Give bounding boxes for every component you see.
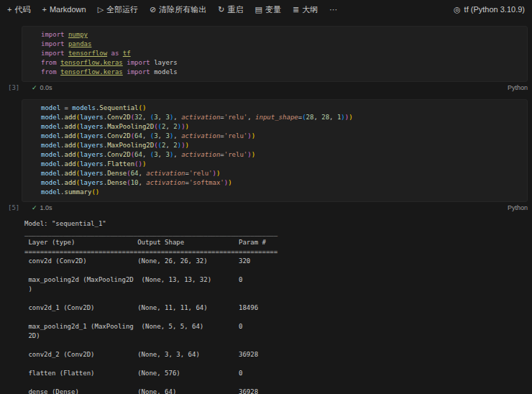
code-token: import (41, 40, 68, 47)
cell-language-picker[interactable]: Python (508, 204, 528, 211)
output-line (24, 294, 528, 303)
code-token: , (142, 151, 150, 158)
code-token: import (123, 59, 154, 66)
code-token: model (41, 123, 60, 130)
code-token: 10 (131, 179, 139, 186)
code-token: input_shape (255, 114, 298, 121)
code-token: model (41, 132, 60, 139)
code-token: , (173, 151, 181, 158)
code-token: Conv2D (107, 151, 131, 158)
kernel-icon: ◎ (454, 5, 461, 14)
output-line: Layer (type) Output Shape Param # (24, 238, 528, 247)
code-token: activation (181, 132, 220, 139)
toolbar-run-all-button[interactable]: ▷全部运行 (98, 4, 138, 15)
code-token: 'relu' (224, 132, 248, 139)
code-token: as (107, 50, 123, 57)
code-token: , (329, 114, 337, 121)
code-token: model (41, 151, 60, 158)
code-line: model = models.Sequential() (41, 104, 521, 113)
code-token: ) (142, 160, 146, 168)
code-line: import numpy (41, 30, 521, 40)
output-line (24, 359, 528, 369)
toolbar-label: 全部运行 (106, 4, 138, 15)
code-token: layers (154, 59, 178, 66)
code-token: model (41, 179, 60, 186)
toolbar-label: 重启 (228, 4, 244, 15)
code-token: ) (228, 179, 231, 186)
toolbar-items: +代码+Markdown▷全部运行⊘清除所有输出↻重启▤变量≣大纲⋯ (7, 4, 337, 15)
code-token: , (247, 114, 255, 121)
notebook: import numpyimport pandasimport tensorfl… (0, 19, 532, 394)
code-token: () (134, 160, 142, 168)
code-token: , (158, 151, 166, 158)
code-token: ) (185, 123, 189, 130)
code-token: ) (349, 114, 352, 121)
code-token: add (65, 123, 76, 130)
code-token: add (65, 114, 76, 121)
toolbar-restart-button[interactable]: ↻重启 (218, 4, 243, 15)
code-token: import (123, 68, 154, 75)
code-token: layers (80, 123, 104, 130)
code-token: activation (146, 179, 185, 186)
output-line: flatten (Flatten) (None, 576) 0 (24, 369, 528, 378)
code-token: , (158, 132, 166, 139)
code-token: summary (65, 188, 92, 196)
output-line: ========================================… (24, 247, 528, 257)
toolbar-add-markdown-button[interactable]: +Markdown (42, 5, 86, 14)
code-token: , (139, 179, 147, 186)
toolbar-label: Markdown (50, 5, 86, 14)
cell-status-bar: [3]✓0.0sPython (22, 82, 528, 93)
code-token: models (72, 104, 96, 111)
toolbar-add-code-button[interactable]: +代码 (7, 4, 30, 15)
output-line: 2D) (24, 331, 528, 341)
output-line: conv2d_2 (Conv2D) (None, 3, 3, 64) 36928 (24, 350, 528, 359)
add-code-icon: + (7, 5, 12, 14)
output-line: dense (Dense) (None, 64) 36928 (24, 388, 528, 394)
code-token: ) (216, 170, 220, 177)
code-token: from (41, 68, 60, 75)
code-token: MaxPooling2D (107, 142, 154, 149)
code-token: import (41, 50, 68, 57)
code-token: 'relu' (224, 151, 248, 158)
output-line: max_pooling2d_1 (MaxPooling (None, 5, 5,… (24, 322, 528, 331)
kernel-picker[interactable]: ◎ tf (Python 3.10.9) (454, 5, 525, 14)
code-line: import tensorflow as tf (41, 49, 521, 58)
code-token: () (138, 104, 146, 111)
execution-duration: 0.0s (40, 84, 52, 91)
code-token: 28 (321, 114, 329, 121)
cell-language-picker[interactable]: Python (508, 84, 528, 91)
code-token: , (313, 114, 321, 121)
execution-duration: 1.0s (40, 204, 52, 211)
code-token: , (165, 123, 173, 130)
toolbar-label: 代码 (14, 4, 30, 15)
success-check-icon: ✓ (32, 204, 37, 211)
cell-status-bar: [5]✓1.0sPython (22, 202, 528, 214)
code-editor[interactable]: model = models.Sequential()model.add(lay… (22, 99, 528, 202)
execution-count: [3] (8, 84, 19, 91)
code-token: Conv2D (107, 132, 131, 139)
output-line (24, 313, 528, 322)
code-token: 64 (131, 170, 139, 177)
code-token: layers (80, 142, 104, 149)
code-token: 'relu' (224, 114, 248, 121)
code-token: model (41, 160, 60, 168)
code-token: 'softmax' (189, 179, 224, 186)
toolbar-variables-button[interactable]: ▤变量 (255, 4, 281, 15)
toolbar-more-actions-button[interactable]: ⋯ (329, 5, 337, 14)
code-token: , (173, 114, 181, 121)
toolbar-outline-button[interactable]: ≣大纲 (293, 4, 318, 15)
restart-icon: ↻ (218, 5, 224, 14)
code-editor[interactable]: import numpyimport pandasimport tensorfl… (22, 26, 528, 82)
output-line: conv2d_1 (Conv2D) (None, 11, 11, 64) 184… (24, 303, 528, 313)
code-token: layers (80, 179, 104, 186)
code-token: , (142, 132, 150, 139)
toolbar-clear-outputs-button[interactable]: ⊘清除所有输出 (150, 4, 206, 15)
variables-icon: ▤ (255, 5, 262, 14)
code-token: , (139, 170, 147, 177)
code-token: , (165, 142, 173, 149)
code-token: layers (80, 151, 104, 158)
notebook-toolbar: +代码+Markdown▷全部运行⊘清除所有输出↻重启▤变量≣大纲⋯ ◎ tf … (0, 0, 532, 19)
output-line (24, 266, 528, 275)
code-token: tf (123, 50, 131, 57)
code-token: ) (252, 151, 255, 158)
